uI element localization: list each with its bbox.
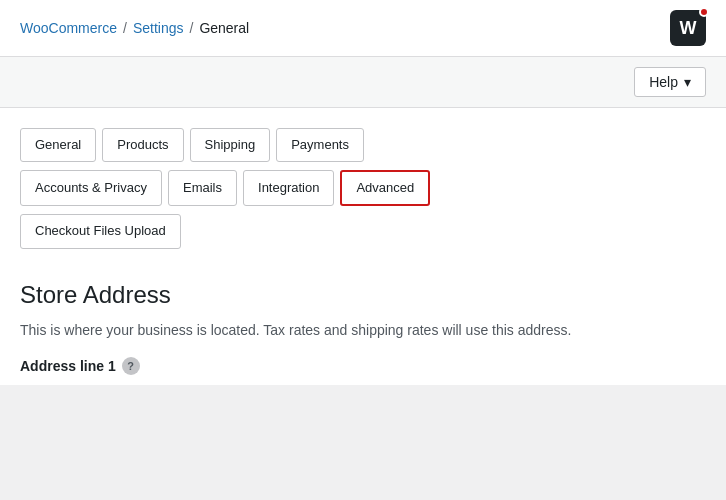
tab-payments[interactable]: Payments xyxy=(276,128,364,162)
tab-products[interactable]: Products xyxy=(102,128,183,162)
tabs-row-1: General Products Shipping Payments xyxy=(20,128,706,162)
help-bar: Help ▾ xyxy=(0,57,726,108)
help-label: Help xyxy=(649,74,678,90)
breadcrumb-sep2: / xyxy=(189,20,193,36)
breadcrumb-woocommerce[interactable]: WooCommerce xyxy=(20,20,117,36)
tab-checkout-files-upload[interactable]: Checkout Files Upload xyxy=(20,214,181,248)
chevron-down-icon: ▾ xyxy=(684,74,691,90)
tab-general[interactable]: General xyxy=(20,128,96,162)
breadcrumb: WooCommerce / Settings / General xyxy=(20,20,249,36)
top-bar: WooCommerce / Settings / General W xyxy=(0,0,726,57)
tab-integration[interactable]: Integration xyxy=(243,170,334,206)
tab-accounts-privacy[interactable]: Accounts & Privacy xyxy=(20,170,162,206)
help-button[interactable]: Help ▾ xyxy=(634,67,706,97)
breadcrumb-sep1: / xyxy=(123,20,127,36)
main-content: General Products Shipping Payments Accou… xyxy=(0,108,726,385)
store-address-section: Store Address This is where your busines… xyxy=(20,257,706,385)
field1-help-icon[interactable]: ? xyxy=(122,357,140,375)
notification-dot xyxy=(699,7,709,17)
section-description: This is where your business is located. … xyxy=(20,319,660,341)
address-line-1-label: Address line 1 ? xyxy=(20,357,706,375)
tab-emails[interactable]: Emails xyxy=(168,170,237,206)
section-title: Store Address xyxy=(20,281,706,309)
tab-shipping[interactable]: Shipping xyxy=(190,128,271,162)
tabs-row-2: Accounts & Privacy Emails Integration Ad… xyxy=(20,170,706,206)
breadcrumb-current: General xyxy=(199,20,249,36)
woo-logo-icon[interactable]: W xyxy=(670,10,706,46)
tabs-row-3: Checkout Files Upload xyxy=(20,214,706,248)
tab-advanced[interactable]: Advanced xyxy=(340,170,430,206)
breadcrumb-settings[interactable]: Settings xyxy=(133,20,184,36)
